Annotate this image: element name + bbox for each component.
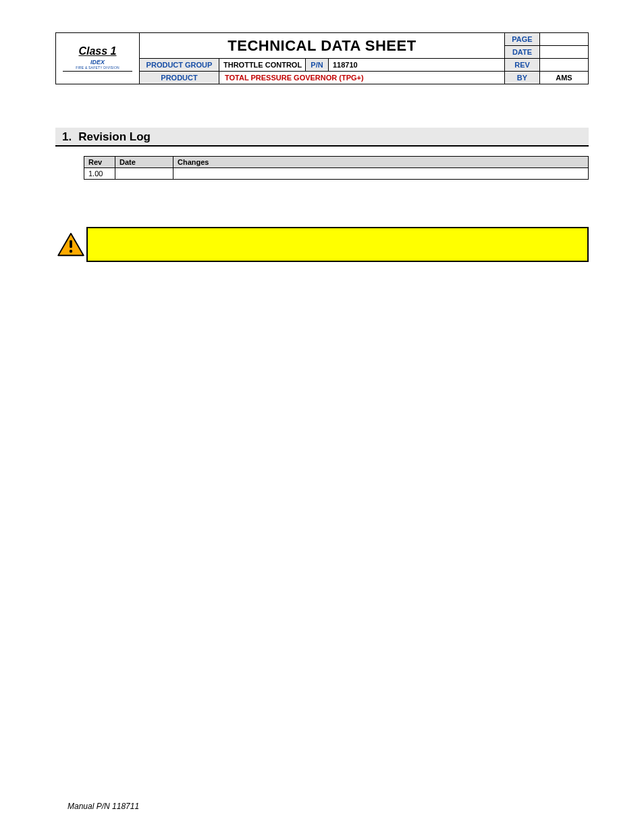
label-page: PAGE (505, 33, 540, 46)
value-date (540, 46, 589, 59)
svg-point-2 (70, 250, 72, 253)
revlog-header-date: Date (115, 157, 173, 168)
doc-title: TECHNICAL DATA SHEET (140, 33, 505, 59)
revision-log-table: Rev Date Changes 1.00 (84, 156, 589, 180)
value-rev (540, 59, 589, 72)
revlog-cell-changes (173, 168, 589, 180)
warning-icon (55, 227, 86, 262)
logo-cell: Class 1 IDEX FIRE & SAFETY DIVISION (56, 33, 140, 84)
revlog-cell-rev: 1.00 (84, 168, 115, 180)
value-pn: 118710 (329, 59, 505, 72)
value-product-group: THROTTLE CONTROL (219, 59, 306, 72)
logo-line2: IDEX (59, 59, 136, 66)
label-date: DATE (505, 46, 540, 59)
footer-text: Manual P/N 118711 (68, 802, 139, 811)
warning-block (55, 227, 589, 262)
logo-divider (63, 71, 132, 72)
logo-subline: FIRE & SAFETY DIVISION (59, 66, 136, 70)
value-product: TOTAL PRESSURE GOVERNOR (TPG+) (219, 72, 505, 84)
svg-rect-1 (70, 240, 72, 248)
label-by: BY (505, 72, 540, 84)
label-rev: REV (505, 59, 540, 72)
value-page (540, 33, 589, 46)
header-table: Class 1 IDEX FIRE & SAFETY DIVISION TECH… (55, 32, 589, 84)
revlog-cell-date (115, 168, 173, 180)
revlog-header-rev: Rev (84, 157, 115, 168)
value-by: AMS (540, 72, 589, 84)
logo-line1: Class 1 (59, 45, 136, 57)
table-row: 1.00 (84, 168, 589, 180)
warning-content (86, 227, 589, 262)
section-title: Revision Log (78, 130, 151, 143)
label-pn: P/N (306, 59, 329, 72)
section-heading: 1.Revision Log (55, 128, 589, 147)
revlog-header-changes: Changes (173, 157, 589, 168)
label-product-group: PRODUCT GROUP (140, 59, 219, 72)
label-product: PRODUCT (140, 72, 219, 84)
section-number: 1. (62, 130, 72, 143)
